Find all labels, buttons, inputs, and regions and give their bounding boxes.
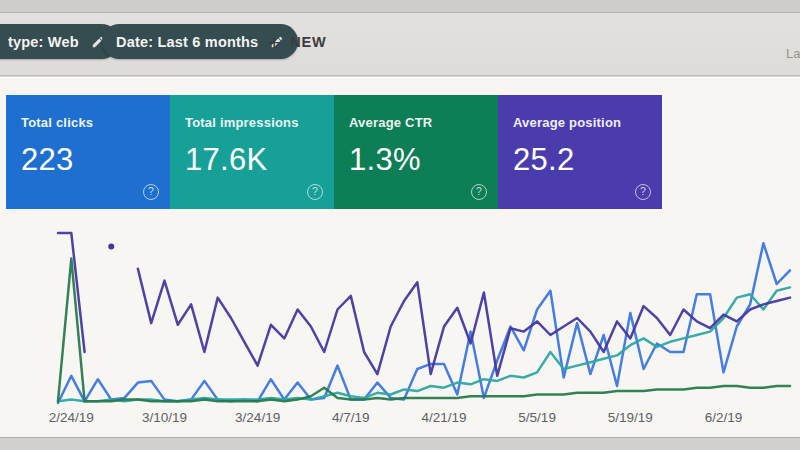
help-icon[interactable]: ? <box>307 184 323 200</box>
page-bottom-strip <box>0 437 800 450</box>
metric-card-value: 1.3% <box>349 142 498 178</box>
metric-card-value: 17.6K <box>185 142 334 178</box>
metric-card-label: Average CTR <box>349 115 498 130</box>
filter-chip-search-type[interactable]: type: Web <box>0 24 119 59</box>
header-filter-bar: type: Web Date: Last 6 months + NEW La <box>0 0 800 76</box>
metric-card-value: 223 <box>21 142 170 178</box>
new-filter-button[interactable]: + NEW <box>268 26 327 58</box>
metric-card-average-position[interactable]: Average position 25.2 ? <box>498 95 662 209</box>
filter-chip-search-type-label: type: Web <box>8 34 79 50</box>
metric-card-value: 25.2 <box>513 142 662 178</box>
metric-card-average-ctr[interactable]: Average CTR 1.3% ? <box>334 95 498 209</box>
help-icon[interactable]: ? <box>635 184 651 200</box>
metric-cards-row: Total clicks 223 ? Total impressions 17.… <box>6 95 662 209</box>
metric-card-total-clicks[interactable]: Total clicks 223 ? <box>6 95 170 209</box>
new-filter-button-label: NEW <box>290 34 326 50</box>
help-icon[interactable]: ? <box>471 184 487 200</box>
metric-card-label: Average position <box>513 115 662 130</box>
help-icon[interactable]: ? <box>143 184 159 200</box>
plus-icon: + <box>268 32 280 53</box>
metric-card-label: Total impressions <box>185 115 334 130</box>
filter-chip-date-label: Date: Last 6 months <box>116 34 258 50</box>
metric-card-total-impressions[interactable]: Total impressions 17.6K ? <box>170 95 334 209</box>
last-updated-text-clipped: La <box>786 46 800 61</box>
performance-panel: Total clicks 223 ? Total impressions 17.… <box>0 77 800 437</box>
metric-card-label: Total clicks <box>21 115 170 130</box>
